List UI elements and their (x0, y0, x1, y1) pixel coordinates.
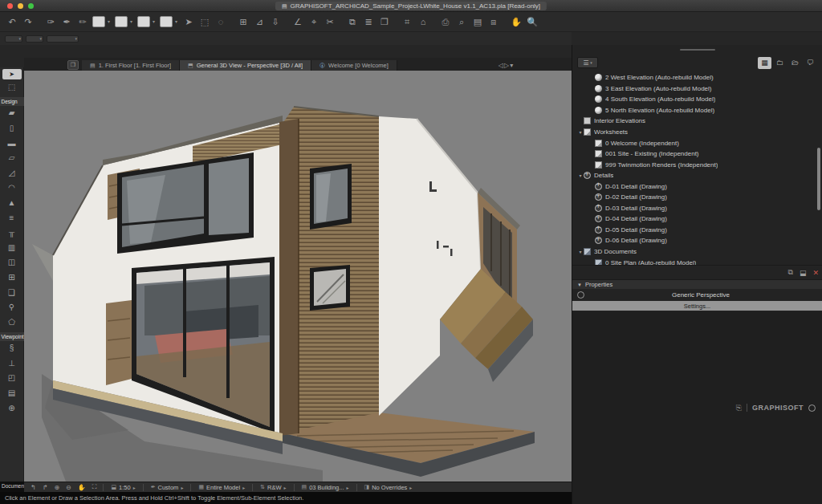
navigate-forward-icon[interactable]: ↱ (39, 484, 51, 491)
zoom-icon[interactable]: 🔍 (525, 14, 539, 29)
pen-set-swatch[interactable] (137, 16, 150, 27)
tree-item[interactable]: 0 Site Plan (Auto-rebuild Model) (572, 257, 822, 265)
tree-scrollbar[interactable] (817, 148, 820, 210)
redo-icon[interactable]: ↷ (21, 14, 35, 29)
marquee-tool[interactable]: ⬚ (0, 79, 24, 95)
tree-item[interactable]: 5 North Elevation (Auto-rebuild Model) (572, 105, 822, 116)
tree-item[interactable]: D-04 Detail (Drawing) (572, 213, 822, 225)
zoom-out-icon[interactable]: ⊖ (63, 484, 75, 491)
fit-in-window-icon[interactable]: ⛶ (89, 483, 100, 491)
elevation-tool[interactable]: ⊥ (0, 356, 24, 371)
export-icon[interactable]: ⎘ (736, 404, 742, 413)
toolbar2-dropdown-1[interactable] (5, 35, 22, 43)
shell-tool[interactable]: ◠ (0, 181, 24, 196)
pickup-parameters-icon[interactable]: ✑ (43, 14, 58, 29)
door-tool[interactable]: ◫ (0, 255, 24, 270)
tab-overflow-button[interactable]: ◁▷▾ (498, 62, 514, 69)
tree-item[interactable]: D-03 Detail (Drawing) (572, 203, 822, 214)
scale-option[interactable]: ⬓1:50▸ (107, 484, 139, 491)
expand-triangle-icon[interactable]: ▾ (577, 129, 584, 135)
tree-item[interactable]: D-06 Detail (Drawing) (572, 235, 822, 246)
pen-set-option[interactable]: ✒Custom▸ (147, 484, 188, 491)
interior-elevation-tool[interactable]: ◰ (0, 371, 24, 386)
toolbox-section-viewpoint[interactable]: Viewpoint (0, 332, 24, 341)
pop-up-navigator-button[interactable]: ❐ (67, 60, 79, 70)
pan-icon[interactable]: ✋ (75, 484, 89, 491)
layer-combination-option[interactable]: ▤03 Building...▸ (298, 484, 353, 491)
layer-swatch[interactable] (115, 16, 128, 27)
tree-item[interactable]: 001 Site - Existing (Independent) (572, 148, 822, 160)
window-tool[interactable]: ⊞ (0, 270, 24, 285)
new-folder-icon[interactable]: ⧉ (788, 268, 793, 277)
gravity-icon[interactable]: ⇩ (268, 14, 283, 29)
trace-reference-icon[interactable]: ❐ (377, 14, 392, 29)
tab-3d-view[interactable]: ⬒General 3D View - Perspective [3D / All… (180, 60, 311, 71)
tree-item[interactable]: Interior Elevations (572, 116, 822, 127)
grid-snap-icon[interactable]: ⊞ (236, 14, 250, 29)
beam-tool[interactable]: ▬ (0, 136, 24, 151)
roof-tool[interactable]: ◿ (0, 165, 24, 181)
tree-item[interactable]: ▾Details (572, 170, 822, 181)
publish-icon[interactable]: ⎙ (438, 14, 453, 29)
close-window-button[interactable] (7, 3, 13, 9)
properties-header[interactable]: ▼ Properties (572, 279, 822, 289)
guide-lines-icon[interactable]: ∠ (291, 14, 305, 29)
expand-triangle-icon[interactable]: ▾ (577, 173, 584, 178)
tree-item[interactable]: D-02 Detail (Drawing) (572, 192, 822, 203)
layout-book-button[interactable]: 🗁 (788, 57, 802, 69)
tree-item[interactable]: 3 East Elevation (Auto-rebuild Model) (572, 83, 822, 95)
zoom-in-icon[interactable]: ⊕ (51, 484, 63, 491)
mesh-tool[interactable]: ▲ (0, 195, 24, 210)
project-map-button[interactable]: ▦ (758, 57, 771, 69)
lamp-tool[interactable]: ⚲ (0, 299, 24, 315)
expand-triangle-icon[interactable]: ▾ (577, 249, 584, 254)
scissors-icon[interactable]: ✂ (323, 14, 337, 29)
dimension-option[interactable]: ⇅R&W▸ (256, 484, 290, 491)
tab-first-floor[interactable]: ▤1. First Floor [1. First Floor] (82, 60, 180, 71)
navigate-back-icon[interactable]: ↰ (27, 484, 39, 491)
graphic-override-option[interactable]: ◨No Overrides▸ (360, 484, 417, 491)
select-arrow-tool[interactable]: ➤ (2, 69, 22, 79)
publisher-button[interactable]: 🗩 (804, 57, 817, 69)
clone-folder-icon[interactable]: ⬓ (800, 269, 807, 277)
object-tool[interactable]: ❑ (0, 285, 24, 300)
tree-item[interactable]: D-01 Detail (Drawing) (572, 181, 822, 192)
layouts-icon[interactable]: ▤ (470, 14, 485, 29)
section-3d-icon[interactable]: ⌗ (400, 14, 414, 29)
tree-item[interactable]: ▾Worksheets (572, 127, 822, 138)
detail-tool[interactable]: ⊕ (0, 400, 24, 416)
arrow-tool-icon[interactable]: ➤ (181, 14, 196, 29)
wall-tool[interactable]: ▰ (0, 106, 24, 121)
curtain-wall-tool[interactable]: ▥ (0, 240, 24, 255)
inject-parameters-icon[interactable]: ✒ (59, 14, 74, 29)
panel-drag-handle[interactable] (572, 45, 822, 55)
worksheet-tool[interactable]: ▤ (0, 385, 24, 400)
tree-item[interactable]: 0 Welcome (Independent) (572, 137, 822, 148)
tree-item[interactable]: 4 South Elevation (Auto-rebuild Model) (572, 94, 822, 105)
section-tool[interactable]: § (0, 341, 24, 356)
marquee-tool-icon[interactable]: ⬚ (197, 14, 212, 29)
pan-icon[interactable]: ✋ (509, 14, 523, 29)
pen-icon[interactable]: ✏ (75, 14, 90, 29)
tree-item[interactable]: 2 West Elevation (Auto-rebuild Model) (572, 72, 822, 83)
column-tool[interactable]: ▯ (0, 120, 24, 136)
delete-icon[interactable]: ✕ (812, 269, 819, 277)
favorites-swatch[interactable] (92, 16, 105, 27)
railing-tool[interactable]: ╥ (0, 225, 24, 240)
zone-tool[interactable]: ⬠ (0, 315, 24, 330)
organizer-icon[interactable]: ⧈ (486, 14, 501, 29)
order-icon[interactable]: ≣ (361, 14, 376, 29)
snap-points-icon[interactable]: ⌖ (307, 14, 321, 29)
viewport-3d[interactable] (24, 71, 572, 482)
minimize-window-button[interactable] (18, 3, 23, 9)
circle-tool-icon[interactable]: ◌ (214, 14, 228, 29)
tree-item[interactable]: ▾3D Documents (572, 246, 822, 258)
structure-display-option[interactable]: ▦Entire Model▸ (194, 484, 249, 491)
slab-tool[interactable]: ▱ (0, 150, 24, 165)
surface-swatch[interactable] (160, 16, 173, 27)
toolbox-section-document[interactable]: Document (0, 482, 24, 492)
camera-icon[interactable]: ⌂ (416, 14, 430, 29)
maximize-window-button[interactable] (28, 3, 34, 9)
toolbox-section-design[interactable]: Design (0, 97, 24, 106)
stair-tool[interactable]: ≡ (0, 210, 24, 226)
